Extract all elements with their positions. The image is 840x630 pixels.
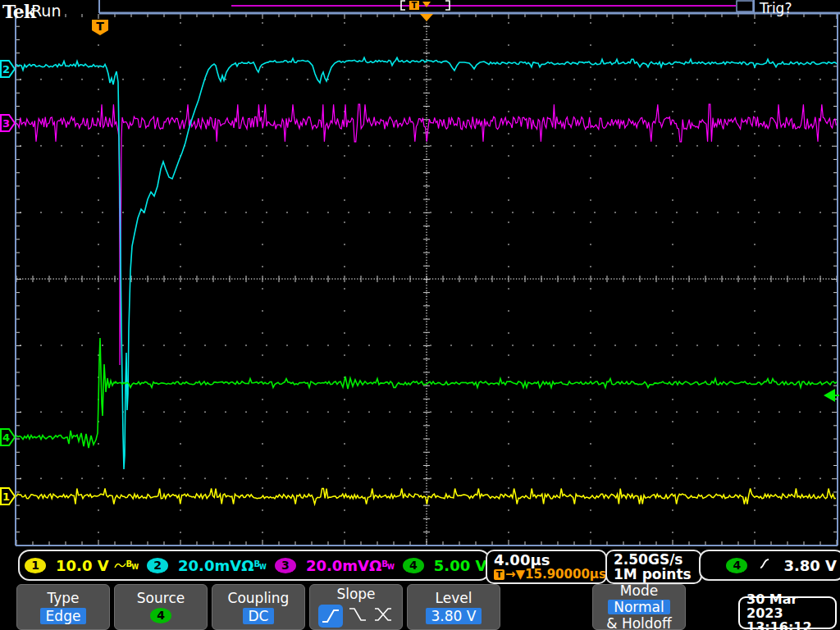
mode-value: Normal [608,600,670,614]
date-value: 30 Mar 2023 [746,592,835,620]
acquisition-status: Run [31,2,61,20]
trigger-source-badge: 4 [726,558,747,573]
trigger-flag-icon: T [494,569,504,580]
svg-text:T: T [96,20,104,33]
source-value-badge: 4 [150,608,171,623]
type-value: Edge [40,608,87,624]
ch2-badge: 2 [147,558,168,573]
slope-falling-icon[interactable] [347,605,368,628]
ch3-readout[interactable]: 3 20.0mVΩ BW [275,557,395,574]
svg-text:2: 2 [2,63,10,75]
ch1-bandwidth-icon: BW [126,559,139,571]
trigger-status: Trig? [760,0,792,16]
ch3-scale: 20.0mVΩ [306,557,381,574]
mode-value2: & Holdoff [606,616,671,630]
sample-rate: 2.50GS/s [614,552,682,567]
ch1-trace [16,489,836,504]
mode-label: Mode [620,584,658,598]
coupling-label: Coupling [228,591,290,606]
source-label: Source [137,591,185,606]
menu-mode-button[interactable]: Mode Normal & Holdoff [592,584,686,630]
level-label: Level [436,591,472,606]
horizontal-readout[interactable]: 4.00µs T→▼15.90000µs [486,550,607,584]
acquisition-readout: 2.50GS/s 1M points [605,550,702,584]
svg-text:3: 3 [2,117,10,130]
record-length: 1M points [614,567,692,582]
menu-type-button[interactable]: Type Edge [16,584,110,630]
readout-bar: 1 10.0 V BW 2 20.0mVΩ BW 3 20.0mVΩ BW 4 … [0,548,840,582]
ch4-badge: 4 [403,558,424,573]
delay-readout: T→▼15.90000µs [494,568,606,582]
oscilloscope-screen: TT1234 Tek Run Trig? 1 10.0 V BW 2 20.0m… [0,0,840,630]
ch3-badge: 3 [275,558,296,573]
svg-text:4: 4 [2,431,10,444]
ch1-badge: 1 [25,558,46,573]
ch4-scale: 5.00 V [434,557,487,574]
timebase-value: 4.00µs [494,553,550,568]
coupling-value: DC [243,608,275,624]
trigger-level-value: 3.80 V [783,557,837,574]
type-label: Type [47,591,79,606]
ch1-scale: 10.0 V [56,557,109,574]
ch2-scale: 20.0mVΩ [178,557,253,574]
menu-slope-button[interactable]: Slope [309,584,403,630]
waveform-display: TT1234 [0,0,840,584]
svg-text:1: 1 [2,491,10,503]
ch2-readout[interactable]: 2 20.0mVΩ BW [147,557,267,574]
ch1-readout[interactable]: 1 10.0 V BW [25,557,139,574]
time-value: 13:16:12 [746,620,835,630]
svg-text:T: T [412,1,418,10]
slope-label: Slope [336,587,375,602]
datetime-box: 30 Mar 2023 13:16:12 [738,596,837,629]
channel-readouts: 1 10.0 V BW 2 20.0mVΩ BW 3 20.0mVΩ BW 4 … [18,550,491,581]
level-value: 3.80 V [426,608,482,624]
menu-source-button[interactable]: Source 4 [114,584,208,630]
slope-rising-icon[interactable] [318,605,343,628]
menu-coupling-button[interactable]: Coupling DC [212,584,305,630]
ch1-coupling-icon [114,558,126,573]
trigger-slope-icon [759,557,772,573]
trigger-readout[interactable]: 4 3.80 V [699,550,840,581]
slope-either-icon[interactable] [372,605,394,628]
ch3-bandwidth-icon: BW [381,559,394,571]
menu-level-button[interactable]: Level 3.80 V [407,584,500,630]
ch2-bandwidth-icon: BW [253,559,266,571]
